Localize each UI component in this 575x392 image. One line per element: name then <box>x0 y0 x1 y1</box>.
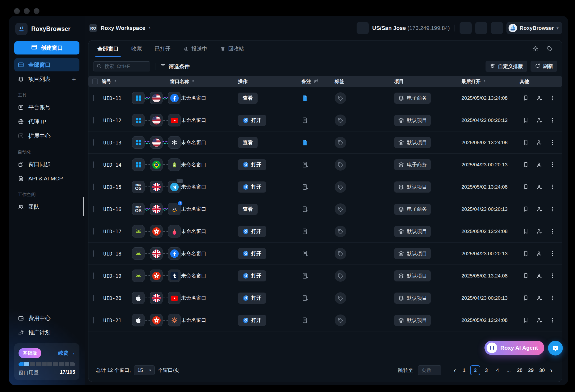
search-box[interactable] <box>93 61 150 71</box>
bookmark-icon[interactable] <box>523 184 529 190</box>
transfer-user-icon[interactable] <box>536 317 542 323</box>
sidebar-scrollbar[interactable] <box>83 197 84 216</box>
bookmark-icon[interactable] <box>523 228 529 235</box>
note-add-icon[interactable] <box>302 317 335 324</box>
bookmark-icon[interactable] <box>523 317 529 323</box>
open-button[interactable]: 打开 <box>238 270 266 281</box>
page-number-30[interactable]: 30 <box>537 365 547 375</box>
create-window-button[interactable]: 创建窗口 <box>14 41 79 54</box>
open-button[interactable]: 打开 <box>238 293 266 304</box>
sidebar-item-extension-center[interactable]: 扩展中心 <box>14 129 79 143</box>
transfer-user-icon[interactable] <box>536 206 542 212</box>
tag-button[interactable] <box>335 292 346 304</box>
more-actions-icon[interactable] <box>549 317 556 323</box>
row-checkbox[interactable] <box>93 206 94 212</box>
jump-page-input[interactable] <box>418 365 441 375</box>
bookmark-icon[interactable] <box>523 139 529 146</box>
tag-button[interactable] <box>335 159 346 171</box>
column-header-last-opened[interactable]: 最后打开 <box>458 78 516 85</box>
more-actions-icon[interactable] <box>549 250 556 257</box>
page-number-4[interactable]: 4 <box>492 365 502 375</box>
transfer-user-icon[interactable] <box>536 228 542 235</box>
tag-button[interactable] <box>335 314 346 326</box>
sidebar-item-platform-accounts[interactable]: 平台账号 <box>14 101 79 114</box>
sidebar-item-proxy-ip[interactable]: 代理 IP <box>14 115 79 128</box>
refresh-button[interactable]: 刷新 <box>531 61 557 72</box>
row-checkbox[interactable] <box>93 184 94 190</box>
more-actions-icon[interactable] <box>549 295 556 301</box>
bookmark-icon[interactable] <box>523 206 529 212</box>
transfer-user-icon[interactable] <box>536 139 542 146</box>
tab-delivering[interactable]: 投送中 <box>183 40 207 57</box>
renew-link[interactable]: 续费→ <box>58 350 75 357</box>
sync-button[interactable] <box>460 22 472 34</box>
prev-page-button[interactable]: ‹ <box>452 367 458 374</box>
sort-icon[interactable] <box>113 79 117 84</box>
transfer-user-icon[interactable] <box>536 295 542 301</box>
row-checkbox[interactable] <box>93 95 94 101</box>
transfer-user-icon[interactable] <box>536 95 542 101</box>
open-button[interactable]: 打开 <box>238 226 266 237</box>
search-input[interactable] <box>104 63 147 70</box>
row-checkbox[interactable] <box>93 139 94 146</box>
bookmark-icon[interactable] <box>523 250 529 257</box>
note-add-icon[interactable] <box>302 250 335 257</box>
tag-button[interactable] <box>335 270 346 282</box>
note-add-icon[interactable] <box>302 161 335 168</box>
project-chip[interactable]: 电子商务 <box>394 159 431 170</box>
window-close-button[interactable] <box>14 8 20 14</box>
open-button[interactable]: 打开 <box>238 159 266 170</box>
eye-off-icon[interactable] <box>313 78 318 85</box>
transfer-user-icon[interactable] <box>536 117 542 124</box>
note-add-icon[interactable] <box>302 184 335 190</box>
note-add-icon[interactable] <box>302 228 335 235</box>
note-add-icon[interactable] <box>302 295 335 302</box>
tab-opened[interactable]: 已打开 <box>155 40 170 57</box>
more-actions-icon[interactable] <box>549 161 556 168</box>
tag-button[interactable] <box>335 181 346 193</box>
row-checkbox[interactable] <box>93 272 94 279</box>
row-checkbox[interactable] <box>93 161 94 168</box>
add-project-button[interactable]: + <box>72 75 76 83</box>
transfer-user-icon[interactable] <box>536 272 542 279</box>
sidebar-item-window-sync[interactable]: 窗口同步 <box>14 158 79 171</box>
sidebar-item-referral-plan[interactable]: 推广计划 <box>14 326 79 339</box>
chevron-right-icon[interactable]: › <box>149 25 151 31</box>
more-actions-icon[interactable] <box>549 95 556 101</box>
support-chat-button[interactable] <box>548 341 563 355</box>
lock-button[interactable] <box>491 22 503 34</box>
sort-icon[interactable] <box>191 79 195 84</box>
sort-icon[interactable] <box>483 79 487 84</box>
window-zoom-button[interactable] <box>34 8 39 14</box>
sidebar-item-api-ai-mcp[interactable]: API & AI MCP <box>14 172 79 185</box>
more-actions-icon[interactable] <box>549 139 556 146</box>
tag-button[interactable] <box>335 226 346 237</box>
page-number-1[interactable]: 1 <box>459 365 469 375</box>
tag-manager-icon[interactable] <box>547 45 553 52</box>
view-button[interactable]: 查看 <box>238 93 258 104</box>
project-chip[interactable]: 默认项目 <box>394 248 431 259</box>
page-number-2[interactable]: 2 <box>470 365 480 375</box>
view-button[interactable]: 查看 <box>238 204 258 215</box>
sidebar-item-project-list[interactable]: 项目列表+ <box>14 72 79 86</box>
bookmark-icon[interactable] <box>523 95 529 101</box>
bookmark-icon[interactable] <box>523 117 529 124</box>
roxy-ai-agent-button[interactable]: Roxy AI Agent <box>484 341 544 355</box>
settings-gear-icon[interactable] <box>532 45 539 52</box>
page-size-select[interactable]: 15 ▾ <box>134 365 155 375</box>
open-button[interactable]: 打开 <box>238 315 266 326</box>
page-number-28[interactable]: 28 <box>515 365 525 375</box>
page-number-29[interactable]: 29 <box>526 365 536 375</box>
account-menu[interactable]: RoxyBrowser ▾ <box>506 22 562 34</box>
project-chip[interactable]: 默认项目 <box>394 137 431 148</box>
note-add-icon[interactable] <box>302 117 335 124</box>
transfer-user-icon[interactable] <box>536 161 542 168</box>
window-minimize-button[interactable] <box>24 8 30 14</box>
bookmark-icon[interactable] <box>523 295 529 301</box>
tag-button[interactable] <box>335 92 346 104</box>
transfer-user-icon[interactable] <box>536 184 542 190</box>
project-chip[interactable]: 默认项目 <box>394 115 431 126</box>
page-number-3[interactable]: 3 <box>481 365 491 375</box>
open-button[interactable]: 打开 <box>238 115 266 126</box>
more-actions-icon[interactable] <box>549 184 556 190</box>
